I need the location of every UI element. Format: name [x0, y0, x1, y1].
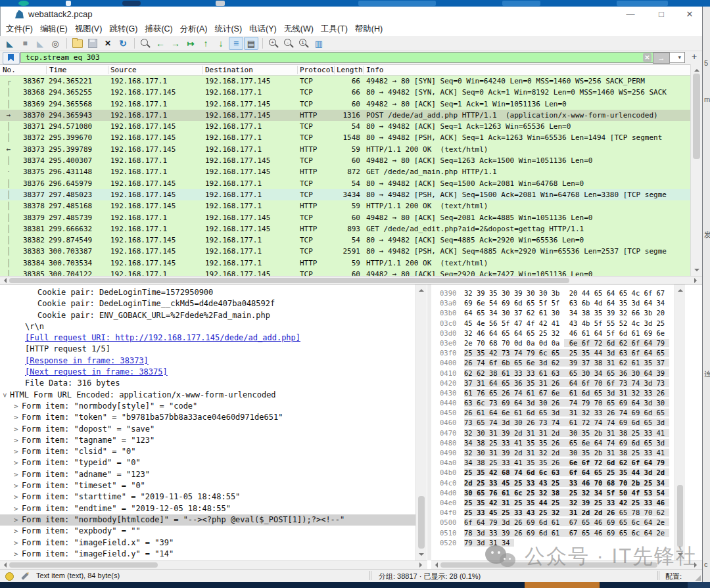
maximize-button[interactable]: □ — [648, 7, 674, 22]
column-divider[interactable] — [297, 66, 298, 74]
menu-item-0[interactable]: 文件(F) — [6, 24, 33, 35]
packet-row-38370[interactable]: →38370294.365943192.168.177.1192.168.177… — [0, 110, 690, 121]
hex-byte[interactable]: 61 — [502, 369, 514, 377]
hex-byte[interactable]: 72 — [594, 459, 607, 466]
hex-byte[interactable]: 74 — [489, 418, 502, 426]
hex-byte[interactable]: 73 — [539, 418, 552, 426]
scrollbar-thumb[interactable] — [9, 278, 569, 283]
hex-byte[interactable]: 74 — [607, 418, 619, 426]
hex-byte[interactable]: 6f — [464, 518, 477, 526]
hex-byte[interactable]: 64 — [514, 399, 527, 407]
hex-byte[interactable]: 6f — [607, 379, 619, 387]
hex-byte[interactable]: 69 — [632, 409, 644, 417]
hex-byte[interactable]: 34 — [502, 539, 514, 547]
hex-byte[interactable]: 63 — [619, 349, 632, 357]
hex-byte[interactable]: 32 — [539, 449, 552, 457]
hex-byte[interactable]: 26 — [527, 418, 539, 426]
hex-byte[interactable]: 41 — [552, 319, 564, 327]
hex-byte[interactable]: 25 — [594, 499, 607, 507]
hex-byte[interactable]: 3d — [644, 319, 657, 327]
hex-byte[interactable]: 3d — [644, 468, 657, 476]
go-last-icon[interactable]: ↓ — [214, 37, 228, 50]
hex-byte[interactable]: 34 — [594, 369, 607, 377]
hex-byte[interactable]: 5f — [539, 299, 552, 307]
hex-byte[interactable]: 30 — [477, 429, 489, 437]
hex-byte[interactable]: 43 — [539, 479, 552, 487]
hex-byte[interactable]: 4f — [632, 489, 644, 497]
hex-byte[interactable]: 63 — [552, 369, 564, 377]
expert-info-icon[interactable] — [5, 572, 14, 581]
hex-byte[interactable]: 6d — [619, 329, 632, 337]
detail-line-12[interactable]: >Form item: "dopost" = "save" — [0, 424, 415, 435]
scrollbar-thumb[interactable] — [677, 485, 683, 547]
hex-byte[interactable]: 6f — [632, 459, 644, 466]
hex-row-04a0[interactable]: 04a034 38 25 33 41 35 35 26 6e 6f 72 6d … — [431, 458, 669, 468]
hex-byte[interactable]: 2e — [657, 529, 669, 537]
menu-item-1[interactable]: 编辑(E) — [40, 24, 68, 35]
hex-byte[interactable]: 32 — [632, 389, 644, 397]
edit-capture-comment-icon[interactable] — [21, 572, 28, 579]
hex-byte[interactable]: 3d — [644, 379, 657, 387]
hex-byte[interactable]: 5f — [552, 299, 564, 307]
hex-byte[interactable]: 0a — [527, 339, 539, 347]
hex-byte[interactable]: 44 — [594, 349, 607, 357]
hex-byte[interactable]: 3d — [607, 389, 619, 397]
detail-line-2[interactable]: Cookie pair: ENV_GOBACK_URL=%2Fdede%2Fad… — [0, 310, 415, 321]
hex-byte[interactable]: 6c — [477, 399, 489, 407]
hex-byte[interactable]: 30 — [527, 289, 539, 297]
hex-byte[interactable]: 35 — [582, 449, 594, 457]
hex-byte[interactable]: 42 — [539, 319, 552, 327]
hex-row-04f0[interactable]: 04f025 33 45 25 33 43 25 32 31 2d 2d 26 … — [431, 508, 669, 518]
hex-byte[interactable]: 35 — [582, 429, 594, 437]
hex-byte[interactable]: 25 — [632, 429, 644, 437]
expanded-arrow-icon[interactable]: > — [0, 393, 11, 397]
details-hscrollbar[interactable] — [0, 560, 427, 569]
hex-byte[interactable]: 69 — [644, 329, 657, 337]
hex-hscrollbar[interactable] — [431, 560, 702, 569]
capture-stop-icon[interactable]: ■ — [18, 37, 32, 50]
hex-byte[interactable]: 43 — [564, 319, 582, 327]
hex-byte[interactable]: 26 — [552, 439, 564, 447]
hex-row-03a0[interactable]: 03a069 6e 54 69 6d 65 5f 5f 63 6b 4d 64 … — [431, 298, 669, 308]
hex-byte[interactable]: 26 — [657, 389, 669, 397]
hex-byte[interactable]: 35 — [582, 349, 594, 357]
packet-row-38375[interactable]: ·38375296.431148192.168.177.1192.168.177… — [0, 166, 690, 177]
hex-byte[interactable]: 26 — [514, 529, 527, 537]
hex-byte[interactable]: 61 — [582, 329, 594, 337]
collapsed-arrow-icon[interactable]: > — [14, 446, 18, 457]
hex-byte[interactable]: 61 — [552, 529, 564, 537]
hex-byte[interactable]: 4c — [632, 289, 644, 297]
hex-byte[interactable]: 6f — [644, 289, 657, 297]
hex-byte[interactable]: 6d — [539, 518, 552, 526]
collapsed-arrow-icon[interactable]: > — [14, 435, 18, 446]
hex-byte[interactable]: 4e — [477, 319, 489, 327]
hex-byte[interactable]: 65 — [527, 329, 539, 337]
close-button[interactable]: ✕ — [676, 7, 703, 22]
hex-byte[interactable]: 6d — [632, 439, 644, 447]
menu-item-3[interactable]: 跳转(G) — [109, 24, 137, 35]
hex-byte[interactable]: 35 — [594, 309, 607, 317]
hex-byte[interactable]: 61 — [564, 418, 582, 426]
hex-row-0460[interactable]: 046073 65 74 3d 30 26 73 74 61 72 74 74 … — [431, 418, 669, 428]
hex-byte[interactable]: 35 — [644, 359, 657, 367]
detail-line-15[interactable]: >Form item: "typeid" = "0" — [0, 457, 415, 468]
hex-byte[interactable]: 6e — [477, 299, 489, 307]
packet-row-38367[interactable]: ┌38367294.365221192.168.177.1192.168.177… — [0, 76, 690, 87]
packet-row-38385[interactable]: │38385300.704122192.168.177.1192.168.177… — [0, 269, 690, 276]
hex-byte[interactable]: 56 — [489, 319, 502, 327]
hex-byte[interactable]: 33 — [607, 499, 619, 507]
menu-item-5[interactable]: 分析(A) — [180, 24, 208, 35]
scroll-up-icon[interactable] — [694, 66, 699, 72]
hex-byte[interactable]: 65 — [502, 379, 514, 387]
hex-byte[interactable]: 65 — [607, 369, 619, 377]
capture-start-icon[interactable]: ◣ — [3, 37, 17, 50]
hex-byte[interactable]: 79 — [582, 399, 594, 407]
hex-byte[interactable]: 3d — [502, 518, 514, 526]
column-header-no[interactable]: No. — [3, 66, 16, 74]
hex-byte[interactable]: 61 — [632, 359, 644, 367]
hex-byte[interactable]: 38 — [477, 439, 489, 447]
packet-row-38376[interactable]: │38376296.645979192.168.177.145192.168.1… — [0, 178, 690, 189]
hex-byte[interactable]: 25 — [644, 479, 657, 487]
scroll-down-icon[interactable] — [694, 269, 699, 274]
hex-byte[interactable]: 52 — [619, 319, 632, 327]
